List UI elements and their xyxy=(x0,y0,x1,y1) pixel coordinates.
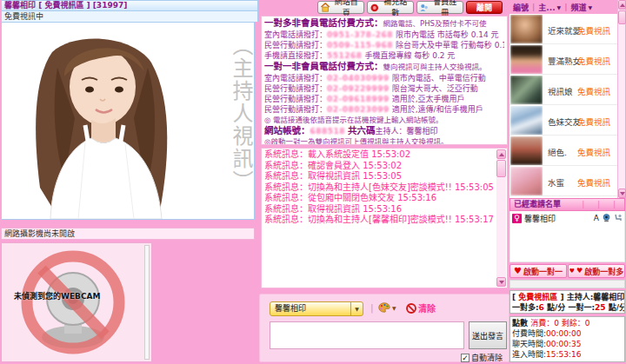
host-thumbnail[interactable] xyxy=(510,167,543,195)
enter-time-line: 進入時間:15:53:16 xyxy=(512,349,623,360)
account-number: 688518 xyxy=(310,127,346,136)
arrow-up-icon xyxy=(620,3,625,7)
home-icon xyxy=(321,3,330,12)
room-title: 馨馨相印 [ 免費視訊區 ] [31997] xyxy=(1,0,258,11)
palette-icon xyxy=(378,302,390,313)
scroll-thumb[interactable] xyxy=(496,160,506,177)
leave-button[interactable]: 離開 xyxy=(466,1,503,14)
start-one-to-many-button[interactable]: ♥♥ 啟動一對多 xyxy=(568,264,625,278)
paid-time-value: 00:00:00 xyxy=(546,329,581,338)
system-message: 系統訊息：取得視訊資訊 15:53:16 xyxy=(264,204,495,215)
start-one-on-one-button[interactable]: ♥ 啟動一對一 xyxy=(509,264,567,278)
phone-number: 02-09229999 xyxy=(327,84,390,93)
spacer-strip xyxy=(509,280,625,288)
top-button-bar: 網站首頁 補充點數 會員註冊 離開 xyxy=(259,0,509,15)
payment-line: 室內電話請撥打：02-04030999 限市內電話、中華電信行動 xyxy=(264,73,504,83)
add-points-button[interactable]: 補充點數 xyxy=(367,1,414,14)
roster-header: 編號 | 主...▼ | 頻道▼ xyxy=(509,0,617,14)
phone-number: 551268 xyxy=(327,51,363,60)
channel-link[interactable]: 免費視訊 xyxy=(577,55,610,67)
payment-line: 民營行動請撥打：02-08023099 適用於,遠傳/和信手機用戶 xyxy=(264,104,504,115)
invited-host-row[interactable]: ♀ 馨馨相印 A xyxy=(509,211,625,225)
host-thumbnail[interactable] xyxy=(510,45,543,74)
points-summary-line: 點數 消費：0 剩餘：0 xyxy=(512,318,623,328)
clear-icon xyxy=(406,303,416,314)
chevron-down-icon: ▼ xyxy=(350,302,363,315)
session-host: 主持人:馨馨相印 xyxy=(567,293,625,301)
channel-link[interactable]: 免費視訊 xyxy=(577,85,610,97)
channel-link[interactable]: 免費視訊 xyxy=(577,24,610,36)
channel-link[interactable]: 免費視訊 xyxy=(577,116,610,128)
phone-number: 02-09618999 xyxy=(327,95,390,103)
arrow-down-icon xyxy=(499,281,504,284)
roster-row[interactable]: 色妹交友 免費視訊 xyxy=(509,105,617,136)
chat-message-input[interactable] xyxy=(270,321,464,349)
system-message: 系統訊息：取得視訊資訊 15:53:05 xyxy=(264,171,495,182)
text-color-picker[interactable]: ▼ xyxy=(378,302,396,313)
webcam-scrollbar[interactable] xyxy=(144,245,150,360)
host-thumbnail[interactable] xyxy=(510,136,543,165)
channel-link[interactable]: 免費視訊 xyxy=(577,176,610,189)
female-icon: ♀ xyxy=(512,214,522,223)
roster-row[interactable]: 絕色. 免費視訊 xyxy=(509,136,617,166)
scroll-up-button[interactable] xyxy=(618,0,626,10)
host-thumbnail[interactable] xyxy=(510,76,543,104)
auto-clear-option: ✓ 自動清除 xyxy=(461,352,503,363)
host-roster-list: 近來就愛 免費視訊 豐滿熟女 免費視訊 視訊娘 免費視訊 色妹交友 免費視訊 絕… xyxy=(509,14,617,198)
host-video-label: （主持人視訊） xyxy=(230,35,252,193)
paid-time-line: 付費時間:00:00:00 xyxy=(512,328,623,339)
host-thumbnail[interactable] xyxy=(510,106,543,135)
auto-clear-checkbox[interactable]: ✓ xyxy=(461,354,470,362)
payment-line: 室內電話請撥打：0951-378-268 限市內電話 市話每秒 0.14 元 xyxy=(264,30,504,40)
system-message: 系統訊息：確認會員登入 15:53:02 xyxy=(264,161,495,172)
roster-scrollbar[interactable] xyxy=(617,0,625,198)
chevron-down-icon: ▼ xyxy=(392,305,396,311)
clear-button[interactable]: 清除 xyxy=(406,301,436,314)
register-icon xyxy=(420,3,429,12)
points-icon xyxy=(370,3,379,12)
payment-note-video: ◎啟動一對一為雙向視訊可上傳視訊與主持人交換視訊。 xyxy=(264,136,504,145)
session-info-box: [ 免費視訊區 ] 主持人:馨馨相印 一對多:6 點/分 一對一:25 點/分 xyxy=(509,290,625,314)
payment-title-2: 一對一非會員電話付費方式：雙向視訊可與主持人交換視訊。 xyxy=(264,61,504,73)
payment-line: 手機請直接撥打：551268 手機直撥專線 每秒 0.2 元 xyxy=(264,50,504,61)
chevron-down-icon: ▼ xyxy=(589,4,593,10)
chair-icon[interactable] xyxy=(614,214,623,222)
column-id[interactable]: 編號 xyxy=(509,2,532,13)
recipient-dropdown[interactable]: 馨馨相印 ▼ xyxy=(270,301,363,316)
scroll-down-button[interactable] xyxy=(618,189,626,198)
webcam-icon[interactable] xyxy=(602,214,611,222)
column-host[interactable]: 主...▼ xyxy=(535,2,564,13)
heart-icon: ♥ xyxy=(569,267,575,275)
home-button[interactable]: 網站首頁 xyxy=(317,1,364,14)
auto-clear-label: 自動清除 xyxy=(471,352,503,363)
chat-control-panel: 馨馨相印 ▼ | ▼ 清除 送出發言 ✓ 自動清除 xyxy=(259,294,509,362)
chat-time-line: 聊天時間:00:00:35 xyxy=(512,339,623,349)
roster-row[interactable]: 近來就愛 免費視訊 xyxy=(509,14,617,44)
system-message-log: 系統訊息：載入系統設定值 15:53:02 系統訊息：確認會員登入 15:53:… xyxy=(261,148,508,288)
phone-number: 02-04030999 xyxy=(327,74,390,83)
roster-row[interactable]: 視訊娘 免費視訊 xyxy=(509,75,617,105)
scroll-down-button[interactable] xyxy=(496,277,506,287)
channel-link[interactable]: 免費視訊 xyxy=(577,146,610,158)
roster-row[interactable]: 水蜜 免費視訊 xyxy=(509,166,617,196)
register-button[interactable]: 會員註冊 xyxy=(416,1,463,14)
invited-list-empty-area xyxy=(509,225,625,262)
scroll-thumb[interactable] xyxy=(618,10,626,24)
payment-line: 民營行動請撥打：0509-115-968 除台哥大及中華電 行動每秒 0.16 xyxy=(264,40,504,50)
system-message: 系統訊息：切換為和主持人[色妹交友]密談模式!! 15:53:05 xyxy=(264,182,495,194)
host-thumbnail[interactable] xyxy=(510,15,543,43)
session-zone-line: [ 免費視訊區 ] 主持人:馨馨相印 xyxy=(512,292,623,302)
roster-row[interactable]: 豐滿熟女 免費視訊 xyxy=(509,44,617,75)
column-channel[interactable]: 頻道▼ xyxy=(568,2,596,13)
system-message: 系統訊息：載入系統設定值 15:53:02 xyxy=(264,149,495,161)
heart-icon: ♥ xyxy=(514,267,522,275)
enter-time-value: 15:53:16 xyxy=(546,350,581,359)
session-rate-line: 一對多:6 點/分 一對一:25 點/分 xyxy=(512,302,623,313)
send-button[interactable]: 送出發言 xyxy=(469,321,507,349)
message-scrollbar[interactable] xyxy=(496,149,506,287)
phone-number: 0951-378-268 xyxy=(327,30,393,39)
scroll-up-button[interactable] xyxy=(496,149,506,159)
invited-list-header: 已經邀請名單 | | | xyxy=(509,198,625,211)
payment-title-1: 一對多非會員電話付費方式：網路電話、PHS及預付卡不可使 xyxy=(264,17,504,30)
room-status: 免費視訊中 xyxy=(1,11,258,22)
